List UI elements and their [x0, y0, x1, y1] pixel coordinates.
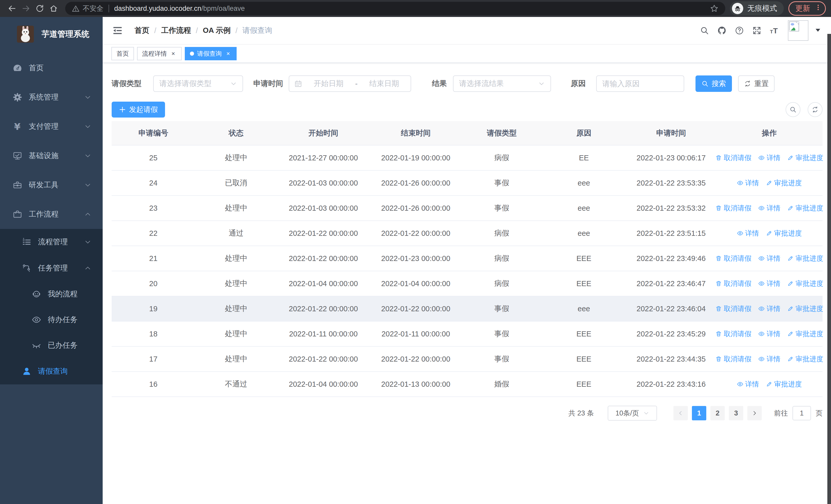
action-link-detail[interactable]: 详情 — [737, 229, 759, 238]
sidebar-item-请假查询[interactable]: 请假查询 — [0, 358, 103, 384]
reason-input[interactable] — [596, 76, 684, 92]
page-button-2[interactable]: 2 — [710, 406, 725, 420]
action-link-detail[interactable]: 详情 — [758, 304, 780, 313]
page-size-select[interactable]: 10条/页 — [608, 406, 657, 421]
table-row: 20处理中2022-01-04 00:00:002022-01-04 00:00… — [112, 271, 823, 296]
search-button[interactable]: 搜索 — [695, 76, 732, 92]
next-page-button[interactable] — [747, 406, 762, 420]
search-icon — [701, 80, 709, 87]
sidebar-item-label: 基础设施 — [29, 151, 58, 161]
action-link-detail[interactable]: 详情 — [758, 254, 780, 263]
fullscreen-icon[interactable] — [749, 24, 764, 37]
action-link-cancel[interactable]: 取消请假 — [715, 354, 751, 364]
forward-icon[interactable] — [19, 2, 33, 16]
create-leave-button[interactable]: 发起请假 — [112, 101, 165, 118]
action-link-cancel[interactable]: 取消请假 — [715, 329, 751, 338]
address-bar[interactable]: 不安全 dashboard.yudao.iocoder.cn /bpm/oa/l… — [65, 2, 725, 15]
scrollbar[interactable] — [827, 34, 831, 504]
close-tab-icon[interactable]: × — [170, 50, 177, 57]
breadcrumb-item[interactable]: 工作流程 — [161, 25, 191, 36]
incognito-label: 无痕模式 — [747, 3, 777, 13]
action-link-cancel[interactable]: 取消请假 — [715, 304, 751, 313]
action-link-cancel[interactable]: 取消请假 — [715, 153, 751, 162]
table-cell-reason: EEE — [542, 330, 626, 338]
search-icon[interactable] — [697, 24, 712, 37]
breadcrumb-item[interactable]: 首页 — [135, 25, 149, 36]
update-button[interactable]: 更新 — [789, 1, 826, 16]
sidebar-item-任务管理[interactable]: 任务管理 — [0, 255, 103, 281]
page-button-1[interactable]: 1 — [692, 406, 706, 420]
sidebar-logo[interactable]: 芋道管理系统 — [0, 17, 103, 46]
action-label: 详情 — [745, 229, 759, 238]
action-link-cancel[interactable]: 取消请假 — [715, 279, 751, 288]
sidebar-item-基础设施[interactable]: 基础设施 — [0, 141, 103, 170]
sidebar-item-首页[interactable]: 首页 — [0, 53, 103, 83]
avatar-caret-icon[interactable] — [814, 27, 822, 34]
header-actions: TT — [697, 20, 822, 41]
action-link-detail[interactable]: 详情 — [758, 329, 780, 338]
table-cell-applied: 2022-01-22 23:53:35 — [626, 179, 716, 187]
github-icon[interactable] — [715, 24, 729, 37]
table-cell-type: 事假 — [462, 178, 542, 188]
sidebar-item-待办任务[interactable]: 待办任务 — [0, 307, 103, 333]
action-link-progress[interactable]: 审批进度 — [787, 153, 823, 162]
table-header-cell: 申请时间 — [626, 128, 716, 138]
table-cell-id: 20 — [112, 279, 195, 288]
bookmark-star-icon[interactable] — [710, 4, 719, 13]
kebab-menu-icon[interactable] — [815, 4, 822, 13]
leave-type-placeholder: 请选择请假类型 — [160, 79, 230, 89]
refresh-table-button[interactable] — [808, 102, 823, 117]
sidebar-item-我的流程[interactable]: 我的流程 — [0, 281, 103, 307]
sidebar-item-流程管理[interactable]: 流程管理 — [0, 229, 103, 255]
tab-请假查询[interactable]: 请假查询× — [185, 47, 237, 60]
action-label: 审批进度 — [796, 153, 823, 162]
action-link-progress[interactable]: 审批进度 — [787, 204, 823, 213]
sidebar-item-研发工具[interactable]: 研发工具 — [0, 170, 103, 200]
tab-首页[interactable]: 首页 — [111, 47, 134, 60]
action-link-progress[interactable]: 审批进度 — [787, 254, 823, 263]
action-link-cancel[interactable]: 取消请假 — [715, 204, 751, 213]
show-search-button[interactable] — [785, 102, 800, 117]
eye-icon — [758, 356, 765, 362]
action-link-detail[interactable]: 详情 — [758, 204, 780, 213]
user-avatar[interactable] — [788, 20, 808, 41]
goto-page-input[interactable] — [793, 406, 811, 420]
action-link-progress[interactable]: 审批进度 — [787, 279, 823, 288]
action-link-detail[interactable]: 详情 — [758, 354, 780, 364]
action-link-cancel[interactable]: 取消请假 — [715, 254, 751, 263]
prev-page-button[interactable] — [674, 406, 688, 420]
action-link-progress[interactable]: 审批进度 — [787, 304, 823, 313]
action-link-detail[interactable]: 详情 — [758, 153, 780, 162]
action-link-detail[interactable]: 详情 — [758, 279, 780, 288]
table-cell-id: 16 — [112, 380, 195, 388]
close-tab-icon[interactable]: × — [225, 50, 231, 57]
back-icon[interactable] — [5, 2, 19, 16]
action-link-detail[interactable]: 详情 — [737, 380, 759, 389]
sidebar-item-工作流程[interactable]: 工作流程 — [0, 200, 103, 229]
action-link-progress[interactable]: 审批进度 — [766, 380, 802, 389]
pen-icon — [787, 330, 794, 337]
sidebar-item-支付管理[interactable]: ¥支付管理 — [0, 112, 103, 141]
action-link-progress[interactable]: 审批进度 — [787, 329, 823, 338]
tab-流程详情[interactable]: 流程详情× — [137, 47, 182, 60]
breadcrumb-item[interactable]: OA 示例 — [203, 25, 230, 36]
apply-time-range-picker[interactable]: 开始日期 - 结束日期 — [289, 76, 411, 92]
sidebar-toggle-icon[interactable] — [111, 24, 124, 37]
font-size-icon[interactable]: TT — [767, 24, 782, 37]
reload-icon[interactable] — [33, 2, 47, 16]
action-link-progress[interactable]: 审批进度 — [766, 178, 802, 187]
table-cell-start: 2022-01-22 00:00:00 — [277, 254, 370, 263]
help-icon[interactable] — [732, 24, 747, 37]
action-link-detail[interactable]: 详情 — [737, 178, 759, 187]
action-link-progress[interactable]: 审批进度 — [766, 229, 802, 238]
eye-icon — [758, 205, 765, 211]
leave-type-select[interactable]: 请选择请假类型 — [153, 76, 243, 92]
result-select[interactable]: 请选择流结果 — [453, 76, 551, 92]
page-button-3[interactable]: 3 — [729, 406, 743, 420]
home-icon[interactable] — [47, 2, 61, 16]
breadcrumb: 首页/工作流程/OA 示例/请假查询 — [135, 25, 272, 36]
sidebar-item-已办任务[interactable]: 已办任务 — [0, 333, 103, 358]
reset-button[interactable]: 重置 — [738, 76, 775, 92]
action-link-progress[interactable]: 审批进度 — [787, 354, 823, 364]
sidebar-item-系统管理[interactable]: 系统管理 — [0, 83, 103, 112]
